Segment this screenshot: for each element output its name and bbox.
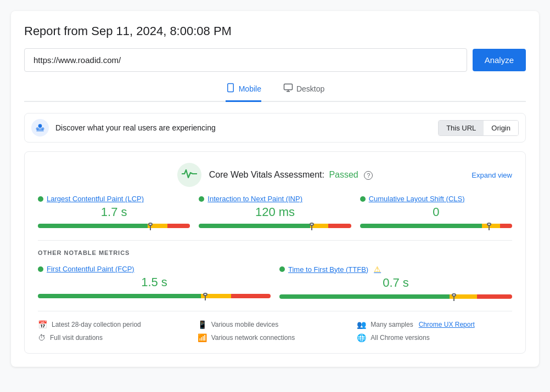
core-metrics-grid: Largest Contentful Paint (LCP) 1.7 s bbox=[38, 195, 512, 229]
report-title: Report from Sep 11, 2024, 8:00:08 PM bbox=[24, 24, 526, 38]
info-collection-period: 📅 Latest 28-day collection period bbox=[38, 320, 193, 329]
svg-rect-0 bbox=[227, 84, 233, 92]
metrics-divider bbox=[38, 240, 512, 241]
svg-point-6 bbox=[36, 127, 39, 130]
info-network: 📶 Various network connections bbox=[198, 333, 353, 342]
metric-inp-label[interactable]: Interaction to Next Paint (INP) bbox=[199, 195, 351, 203]
origin-button[interactable]: Origin bbox=[484, 121, 518, 135]
desktop-icon bbox=[283, 83, 293, 95]
ttfb-bar bbox=[279, 294, 512, 300]
chrome-ux-link[interactable]: Chrome UX Report bbox=[419, 321, 475, 328]
cls-bar bbox=[360, 224, 512, 229]
info-collection-text: Latest 28-day collection period bbox=[52, 321, 141, 328]
svg-rect-2 bbox=[284, 84, 292, 90]
ttfb-warning-icon: ⚠ bbox=[374, 265, 381, 274]
fcp-value: 1.5 s bbox=[38, 275, 271, 289]
tab-desktop-label: Desktop bbox=[296, 84, 324, 93]
fcp-marker bbox=[202, 293, 209, 300]
mobile-icon bbox=[226, 83, 235, 95]
info-mobile-text: Various mobile devices bbox=[211, 321, 279, 328]
discover-left: Discover what your real users are experi… bbox=[31, 119, 216, 137]
expand-view-link[interactable]: Expand view bbox=[472, 171, 512, 179]
metric-ttfb-label[interactable]: Time to First Byte (TTFB) ⚠ bbox=[279, 265, 512, 274]
discover-bar: Discover what your real users are experi… bbox=[24, 113, 526, 143]
help-icon[interactable]: ? bbox=[364, 171, 373, 180]
analyze-button[interactable]: Analyze bbox=[473, 49, 526, 71]
ttfb-dot bbox=[279, 266, 285, 272]
svg-point-5 bbox=[38, 124, 42, 128]
metric-cls: Cumulative Layout Shift (CLS) 0 bbox=[360, 195, 512, 229]
fcp-dot bbox=[38, 266, 43, 272]
cls-value: 0 bbox=[360, 205, 512, 219]
timer-icon: ⏱ bbox=[38, 333, 46, 342]
url-input[interactable] bbox=[24, 48, 467, 72]
ttfb-value: 0.7 s bbox=[279, 276, 512, 290]
url-origin-buttons: This URL Origin bbox=[438, 120, 519, 136]
network-icon: 📶 bbox=[198, 333, 207, 342]
lcp-dot bbox=[38, 196, 43, 202]
inp-value: 120 ms bbox=[199, 205, 351, 219]
discover-icon bbox=[31, 119, 49, 137]
other-metrics-grid: First Contentful Paint (FCP) 1.5 s bbox=[38, 265, 512, 300]
info-network-text: Various network connections bbox=[211, 334, 295, 342]
vitals-header: Core Web Vitals Assessment: Passed ? Exp… bbox=[38, 163, 512, 187]
tab-mobile-label: Mobile bbox=[239, 84, 261, 93]
inp-bar bbox=[199, 224, 351, 229]
svg-point-7 bbox=[42, 127, 44, 130]
info-visit-text: Full visit durations bbox=[50, 334, 103, 342]
info-grid: 📅 Latest 28-day collection period 📱 Vari… bbox=[38, 311, 512, 342]
info-samples-text: Many samples bbox=[371, 321, 413, 328]
discover-text: Discover what your real users are experi… bbox=[55, 123, 216, 132]
calendar-icon: 📅 bbox=[38, 320, 47, 329]
info-mobile-devices: 📱 Various mobile devices bbox=[198, 320, 353, 329]
assessment-label: Core Web Vitals Assessment: bbox=[209, 170, 324, 179]
tab-mobile[interactable]: Mobile bbox=[226, 83, 261, 102]
lcp-marker bbox=[147, 223, 154, 230]
vitals-assessment-title: Core Web Vitals Assessment: Passed ? bbox=[209, 170, 373, 180]
metric-fcp: First Contentful Paint (FCP) 1.5 s bbox=[38, 265, 271, 300]
cls-dot bbox=[360, 196, 366, 202]
inp-marker bbox=[308, 223, 315, 230]
metric-lcp: Largest Contentful Paint (LCP) 1.7 s bbox=[38, 195, 190, 229]
fcp-bar bbox=[38, 294, 271, 299]
inp-dot bbox=[199, 196, 204, 202]
this-url-button[interactable]: This URL bbox=[439, 121, 484, 135]
vitals-section: Core Web Vitals Assessment: Passed ? Exp… bbox=[24, 151, 526, 354]
tab-bar: Mobile Desktop bbox=[24, 83, 526, 102]
metric-inp: Interaction to Next Paint (INP) 120 ms bbox=[199, 195, 351, 229]
cls-marker bbox=[486, 223, 492, 230]
globe-icon: 🌐 bbox=[357, 333, 366, 342]
lcp-bar bbox=[38, 224, 190, 229]
metric-ttfb: Time to First Byte (TTFB) ⚠ 0.7 s bbox=[279, 265, 512, 300]
tab-desktop[interactable]: Desktop bbox=[283, 83, 324, 102]
info-chrome-versions: 🌐 All Chrome versions bbox=[357, 333, 512, 342]
ttfb-marker bbox=[451, 293, 457, 301]
url-bar: Analyze bbox=[24, 48, 526, 72]
metric-fcp-label[interactable]: First Contentful Paint (FCP) bbox=[38, 265, 271, 273]
people-icon: 👥 bbox=[357, 320, 366, 329]
info-visit-durations: ⏱ Full visit durations bbox=[38, 333, 193, 342]
metric-cls-label[interactable]: Cumulative Layout Shift (CLS) bbox=[360, 195, 512, 203]
pulse-icon bbox=[182, 168, 197, 182]
other-metrics-label: OTHER NOTABLE METRICS bbox=[38, 249, 512, 256]
lcp-value: 1.7 s bbox=[38, 205, 190, 219]
assessment-status: Passed bbox=[329, 170, 358, 179]
metric-lcp-label[interactable]: Largest Contentful Paint (LCP) bbox=[38, 195, 190, 203]
mobile-devices-icon: 📱 bbox=[198, 320, 207, 329]
vitals-icon bbox=[177, 163, 201, 187]
info-samples: 👥 Many samples Chrome UX Report bbox=[357, 320, 512, 329]
info-chrome-text: All Chrome versions bbox=[371, 334, 429, 342]
